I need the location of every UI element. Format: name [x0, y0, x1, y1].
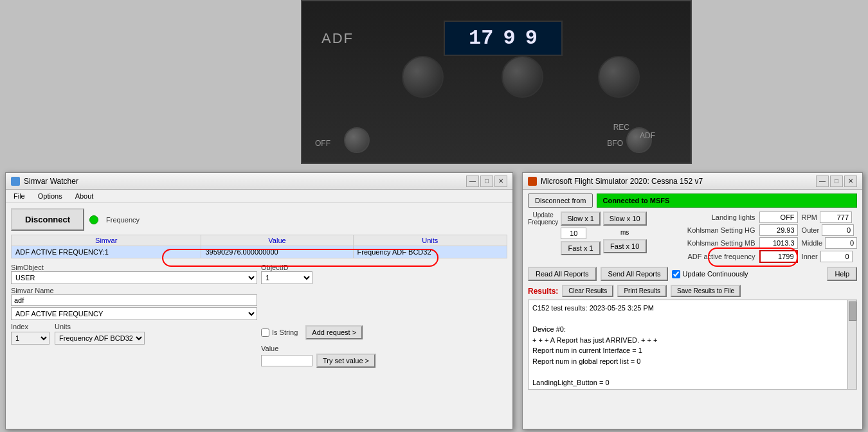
adf-knob-center[interactable]	[502, 56, 543, 98]
simvar-maximize-btn[interactable]: □	[480, 176, 493, 187]
adf-off-label: OFF	[315, 139, 330, 148]
fast-x1-btn[interactable]: Fast x 1	[561, 241, 601, 255]
update-frequency-label: UpdateFrequency	[528, 212, 558, 226]
simvar-menu-about[interactable]: About	[70, 191, 99, 201]
is-string-checkbox[interactable]	[261, 328, 269, 337]
slow-x1-btn[interactable]: Slow x 1	[561, 212, 601, 226]
simobject-label: SimObject	[11, 264, 257, 271]
middle-value[interactable]	[825, 237, 857, 249]
row-simvar: ADF ACTIVE FREQUENCY:1	[12, 246, 201, 258]
simvar-menubar: File Options About	[6, 190, 512, 203]
connected-status-bar: Connected to MSFS	[597, 194, 857, 208]
adf-label: ADF	[321, 30, 354, 47]
simvar-name-input[interactable]	[11, 294, 257, 306]
outer-value[interactable]	[822, 224, 854, 236]
send-all-reports-btn[interactable]: Send All Reports	[601, 267, 669, 281]
col-simvar: Simvar	[12, 235, 201, 246]
simvar-minimize-btn[interactable]: —	[466, 176, 479, 187]
disconnect-button[interactable]: Disconnect	[11, 208, 84, 231]
index-label: Index	[11, 323, 50, 330]
simvar-menu-file[interactable]: File	[8, 191, 30, 201]
simvar-table: Simvar Value Units ADF ACTIVE FREQUENCY:…	[11, 235, 507, 258]
adf-freq-value[interactable]	[759, 250, 798, 263]
adf-knob-right[interactable]	[598, 56, 640, 98]
clear-results-btn[interactable]: Clear Results	[562, 285, 613, 297]
connection-indicator	[89, 215, 98, 224]
value-label: Value	[261, 345, 507, 352]
kohlsman-hg-label: Kohlsman Setting HG	[655, 226, 755, 234]
ms-input[interactable]	[561, 228, 586, 239]
simvar-dropdown[interactable]: ADF ACTIVE FREQUENCY	[11, 307, 257, 320]
add-request-button[interactable]: Add request >	[305, 325, 363, 339]
is-string-label: Is String	[272, 328, 298, 336]
row-value: 395902976.000000000	[201, 246, 353, 258]
adf-bfo-label: BFO	[607, 139, 623, 148]
msfs-window-icon	[528, 177, 537, 186]
adf-digit-2: 9	[503, 26, 516, 50]
fast-x10-btn[interactable]: Fast x 10	[603, 239, 647, 253]
read-all-reports-btn[interactable]: Read All Reports	[528, 267, 597, 281]
simvar-window-icon	[11, 177, 20, 186]
results-label: Results:	[528, 287, 558, 296]
msfs-close-btn[interactable]: ✕	[844, 176, 857, 187]
help-btn[interactable]: Help	[827, 267, 857, 281]
simvar-titlebar: Simvar Watcher — □ ✕	[6, 173, 512, 190]
msfs-window: Microsoft Flight Simulator 2020: Cessna …	[522, 172, 863, 429]
save-results-btn[interactable]: Save Results to File	[671, 285, 741, 297]
print-results-btn[interactable]: Print Results	[617, 285, 667, 297]
rpm-label: RPM	[802, 213, 817, 221]
results-content: C152 test results: 2023-05-25 3:25 PM De…	[532, 303, 853, 390]
kohlsman-hg-value[interactable]	[759, 224, 798, 236]
kohlsman-mb-value[interactable]	[759, 237, 798, 249]
index-select[interactable]: 1	[11, 332, 50, 345]
update-continuously-label: Update Continuously	[682, 270, 748, 278]
objectid-label: ObjectID	[261, 264, 507, 271]
adf-freq-label: ADF active frequency	[655, 253, 755, 260]
kohlsman-mb-label: Kohlsman Setting MB	[655, 239, 755, 247]
simvar-close-btn[interactable]: ✕	[494, 176, 507, 187]
units-select[interactable]: Frequency ADF BCD32	[55, 332, 145, 345]
msfs-minimize-btn[interactable]: —	[816, 176, 829, 187]
adf-knob-left[interactable]	[402, 56, 444, 98]
table-row[interactable]: ADF ACTIVE FREQUENCY:1 395902976.0000000…	[12, 246, 507, 258]
col-value: Value	[201, 235, 353, 246]
adf-knob-off[interactable]	[344, 127, 370, 153]
results-box[interactable]: C152 test results: 2023-05-25 3:25 PM De…	[528, 300, 857, 390]
update-continuously-checkbox[interactable]	[672, 270, 680, 278]
simvar-title: Simvar Watcher	[24, 177, 78, 186]
adf-digit-1: 17	[469, 26, 493, 50]
msfs-titlebar: Microsoft Flight Simulator 2020: Cessna …	[523, 173, 862, 190]
ms-label: ms	[603, 228, 647, 237]
inner-value[interactable]	[820, 251, 853, 262]
slow-x10-btn[interactable]: Slow x 10	[603, 212, 647, 226]
adf-panel: ADF 17 9 9 OFF BFO REC ADF	[301, 0, 692, 164]
landing-lights-value[interactable]	[759, 212, 798, 223]
landing-lights-label: Landing lights	[655, 213, 755, 221]
value-input[interactable]	[261, 355, 312, 366]
msfs-title: Microsoft Flight Simulator 2020: Cessna …	[541, 177, 703, 186]
simvar-name-label: Simvar Name	[11, 287, 257, 294]
disconnect-from-button[interactable]: Disconnect from	[528, 194, 593, 208]
simvar-window: Simvar Watcher — □ ✕ File Options About …	[5, 172, 513, 429]
msfs-maximize-btn[interactable]: □	[830, 176, 843, 187]
adf-digit-3: 9	[525, 26, 538, 50]
adf-adf-label: ADF	[640, 131, 655, 140]
outer-label: Outer	[802, 226, 820, 234]
frequency-label: Frequency	[106, 216, 140, 224]
set-value-button[interactable]: Try set value >	[316, 354, 375, 368]
simvar-menu-options[interactable]: Options	[33, 191, 68, 201]
adf-display: 17 9 9	[444, 21, 563, 56]
row-units: Frequency ADF BCD32	[353, 246, 507, 258]
objectid-select[interactable]: 1	[261, 271, 312, 284]
col-units: Units	[353, 235, 507, 246]
units-label: Units	[55, 323, 257, 330]
inner-label: Inner	[802, 253, 818, 260]
adf-rec-label: REC	[613, 123, 629, 132]
rpm-value[interactable]	[820, 212, 852, 223]
simobject-select[interactable]: USER	[11, 271, 257, 284]
middle-label: Middle	[802, 239, 822, 247]
results-scrollbar[interactable]	[847, 300, 856, 389]
